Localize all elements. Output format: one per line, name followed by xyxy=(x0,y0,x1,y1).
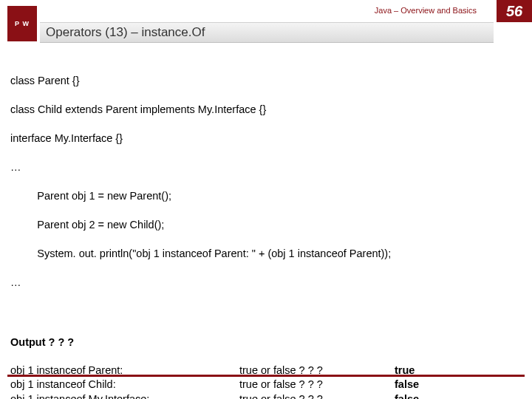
content: class Parent {} class Child extends Pare… xyxy=(10,59,522,399)
header-meta-text: Java – Overview and Basics xyxy=(375,6,477,15)
output-answer: false xyxy=(395,378,483,392)
title-bar: Operators (13) – instance.Of xyxy=(40,22,494,43)
output-question: true or false ? ? ? xyxy=(239,378,395,392)
code-line: class Child extends Parent implements My… xyxy=(10,103,522,117)
logo: P W xyxy=(7,6,37,41)
code-line: interface My.Interface {} xyxy=(10,132,522,146)
output-answer: false xyxy=(395,392,483,399)
slide-title: Operators (13) – instance.Of xyxy=(46,25,205,40)
output-columns: obj 1 instanceof Parent: obj 1 instanceo… xyxy=(10,364,522,399)
output-answers-col: true false false true true true xyxy=(395,364,483,399)
output-labels-col: obj 1 instanceof Parent: obj 1 instanceo… xyxy=(10,364,239,399)
code-line: Parent obj 1 = new Parent(); xyxy=(10,189,522,204)
code-line: System. out. println("obj 1 instanceof P… xyxy=(10,247,522,262)
code-line: Parent obj 2 = new Child(); xyxy=(10,218,522,233)
logo-text: P W xyxy=(15,20,30,27)
code-line: … xyxy=(10,160,522,175)
header-meta: Java – Overview and Basics xyxy=(0,6,532,21)
output-questions-col: true or false ? ? ? true or false ? ? ? … xyxy=(239,364,395,399)
output-heading: Output ? ? ? xyxy=(10,335,522,350)
code-line: … xyxy=(10,276,522,290)
footer-divider xyxy=(7,375,525,377)
output-question: true or false ? ? ? xyxy=(239,392,395,399)
output-label: obj 1 instanceof My.Interface: xyxy=(10,392,239,399)
code-line: class Parent {} xyxy=(10,74,522,89)
slide: Java – Overview and Basics 56 P W Operat… xyxy=(0,0,532,399)
page-number-badge: 56 xyxy=(497,0,532,22)
output-label: obj 1 instanceof Child: xyxy=(10,378,239,392)
code-block: class Parent {} class Child extends Pare… xyxy=(10,59,522,319)
